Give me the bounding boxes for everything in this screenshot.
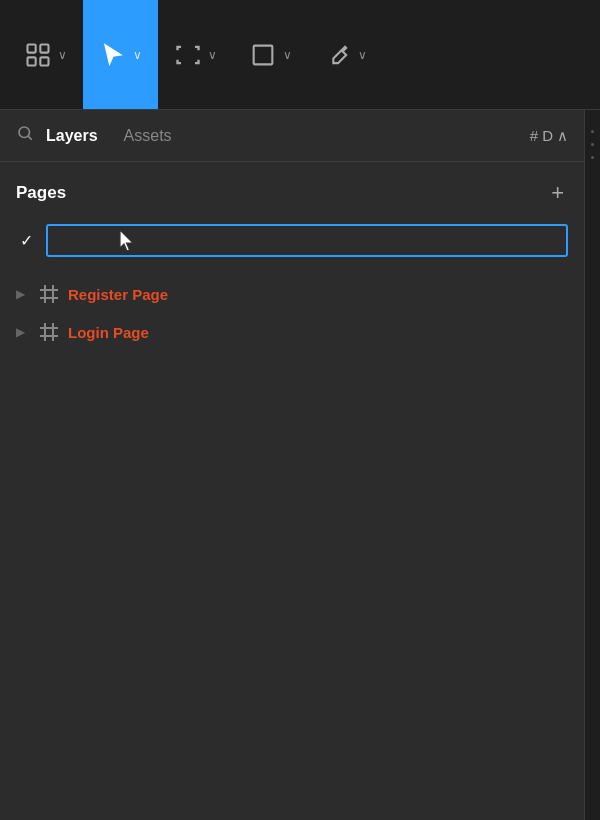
edge-dot-1 <box>591 130 594 133</box>
pages-header: Pages + <box>16 182 568 204</box>
register-frame-icon <box>40 285 58 303</box>
svg-rect-1 <box>40 44 48 52</box>
right-edge-strip <box>585 110 600 820</box>
pen-tool-button[interactable]: ∨ <box>308 0 383 109</box>
move-tool-chevron: ∨ <box>133 48 142 62</box>
svg-rect-4 <box>254 45 273 64</box>
shape-tool-chevron: ∨ <box>283 48 292 62</box>
edge-dot-3 <box>591 156 594 159</box>
toolbar: ∨ ∨ ∨ ∨ ∨ <box>0 0 600 110</box>
page-checkmark: ✓ <box>16 231 36 250</box>
panel-header: Layers Assets # D ∧ <box>0 110 584 162</box>
layers-tab[interactable]: Layers <box>46 123 98 149</box>
svg-rect-3 <box>40 57 48 65</box>
svg-point-5 <box>19 127 30 138</box>
register-page-label: Register Page <box>68 286 168 303</box>
login-page-item[interactable]: ▶ Login Page <box>16 313 568 351</box>
frame-tool-button[interactable]: ∨ <box>158 0 233 109</box>
pen-tool-chevron: ∨ <box>358 48 367 62</box>
svg-rect-2 <box>28 57 36 65</box>
login-expand-arrow[interactable]: ▶ <box>16 325 30 339</box>
pages-section: Pages + ✓ <box>0 162 584 275</box>
register-page-item[interactable]: ▶ Register Page <box>16 275 568 313</box>
add-page-button[interactable]: + <box>547 182 568 204</box>
login-page-label: Login Page <box>68 324 149 341</box>
move-tool-button[interactable]: ∨ <box>83 0 158 109</box>
pages-title: Pages <box>16 183 66 203</box>
grid-tool-chevron: ∨ <box>58 48 67 62</box>
grid-tool-button[interactable]: ∨ <box>8 0 83 109</box>
shape-tool-button[interactable]: ∨ <box>233 0 308 109</box>
assets-tab[interactable]: Assets <box>124 123 172 149</box>
edge-dot-2 <box>591 143 594 146</box>
svg-line-6 <box>28 136 31 139</box>
frame-tool-chevron: ∨ <box>208 48 217 62</box>
other-pages-list: ▶ Register Page ▶ <box>0 275 584 351</box>
page-name-input[interactable] <box>46 224 568 257</box>
page-name-input-wrap[interactable] <box>46 224 568 257</box>
svg-rect-0 <box>28 44 36 52</box>
register-expand-arrow[interactable]: ▶ <box>16 287 30 301</box>
main-area: Layers Assets # D ∧ Pages + ✓ <box>0 110 600 820</box>
active-page-item[interactable]: ✓ <box>16 218 568 263</box>
login-frame-icon <box>40 323 58 341</box>
chevron-up-icon: ∧ <box>557 127 568 145</box>
left-panel: Layers Assets # D ∧ Pages + ✓ <box>0 110 585 820</box>
shortcut-text: # D <box>530 127 553 144</box>
search-icon[interactable] <box>16 124 34 147</box>
shortcut-display[interactable]: # D ∧ <box>530 127 568 145</box>
